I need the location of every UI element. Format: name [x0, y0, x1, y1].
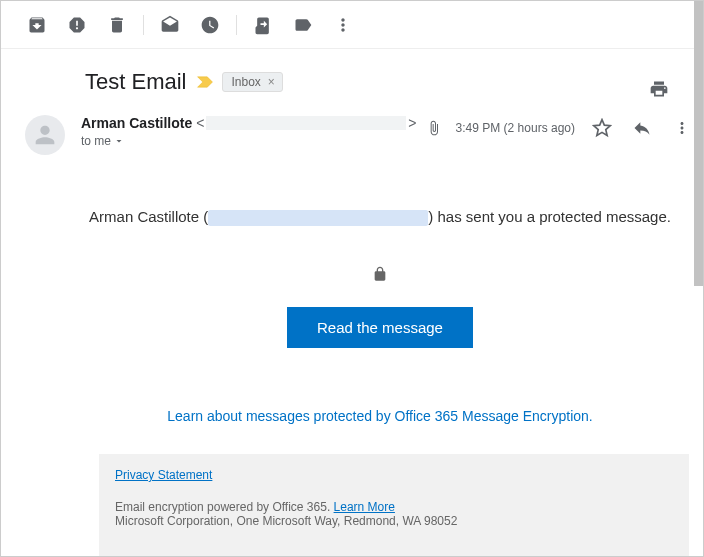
- snooze-button[interactable]: [190, 5, 230, 45]
- move-to-button[interactable]: [243, 5, 283, 45]
- sender-name: Arman Castillote: [81, 115, 192, 131]
- trash-icon: [107, 15, 127, 35]
- reply-button[interactable]: [629, 115, 655, 141]
- body-email-redacted: [208, 210, 428, 226]
- email-toolbar: [1, 1, 703, 49]
- attachment-icon[interactable]: [426, 120, 442, 136]
- more-vert-icon: [333, 15, 353, 35]
- star-button[interactable]: [589, 115, 615, 141]
- reply-icon: [632, 118, 652, 138]
- clock-icon: [200, 15, 220, 35]
- protected-message-line: Arman Castillote () has sent you a prote…: [81, 208, 679, 226]
- more-button[interactable]: [323, 5, 363, 45]
- important-marker-icon[interactable]: [196, 75, 214, 89]
- mark-unread-button[interactable]: [150, 5, 190, 45]
- recipient-text: to me: [81, 134, 111, 148]
- more-vert-icon: [673, 119, 691, 137]
- spam-icon: [67, 15, 87, 35]
- print-button[interactable]: [639, 69, 679, 109]
- spam-button[interactable]: [57, 5, 97, 45]
- learn-more-link[interactable]: Learn More: [334, 500, 395, 514]
- toolbar-separator: [236, 15, 237, 35]
- sender-email-redacted: [206, 116, 406, 130]
- angle-bracket-open: <: [196, 115, 204, 131]
- mail-icon: [160, 15, 180, 35]
- vertical-scrollbar[interactable]: [694, 1, 703, 556]
- message-body: Arman Castillote () has sent you a prote…: [81, 178, 679, 557]
- labels-button[interactable]: [283, 5, 323, 45]
- label-chip-remove[interactable]: ×: [265, 75, 278, 89]
- footer-line-1: Email encryption powered by Office 365. …: [115, 500, 673, 514]
- print-icon: [649, 79, 669, 99]
- folder-move-icon: [253, 15, 273, 35]
- sender-row: Arman Castillote < > to me 3:49 PM (2 ho…: [81, 115, 679, 148]
- read-message-button[interactable]: Read the message: [287, 307, 473, 348]
- subject-row: Test Email Inbox ×: [85, 69, 679, 95]
- archive-icon: [27, 15, 47, 35]
- timestamp: 3:49 PM (2 hours ago): [456, 121, 575, 135]
- label-chip[interactable]: Inbox ×: [222, 72, 282, 92]
- archive-button[interactable]: [17, 5, 57, 45]
- subject-text: Test Email: [85, 69, 186, 95]
- lock-icon: [372, 266, 388, 282]
- privacy-statement-link[interactable]: Privacy Statement: [115, 468, 212, 482]
- body-sender-name: Arman Castillote: [89, 208, 199, 225]
- footer-line-2: Microsoft Corporation, One Microsoft Way…: [115, 514, 673, 528]
- learn-encryption-link[interactable]: Learn about messages protected by Office…: [81, 408, 679, 424]
- email-content: Test Email Inbox × Arman Castillote < > …: [1, 49, 703, 557]
- person-icon: [31, 121, 59, 149]
- avatar: [25, 115, 65, 155]
- delete-button[interactable]: [97, 5, 137, 45]
- label-icon: [293, 15, 313, 35]
- body-suffix-text: has sent you a protected message.: [437, 208, 670, 225]
- angle-bracket-close: >: [408, 115, 416, 131]
- message-more-button[interactable]: [669, 115, 695, 141]
- message-meta: 3:49 PM (2 hours ago): [426, 115, 695, 141]
- scrollbar-thumb[interactable]: [694, 1, 703, 286]
- lock-indicator: [81, 266, 679, 285]
- footer-box: Privacy Statement Email encryption power…: [99, 454, 689, 557]
- dropdown-arrow-icon: [113, 135, 125, 147]
- label-chip-text: Inbox: [231, 75, 260, 89]
- star-outline-icon: [592, 118, 612, 138]
- toolbar-separator: [143, 15, 144, 35]
